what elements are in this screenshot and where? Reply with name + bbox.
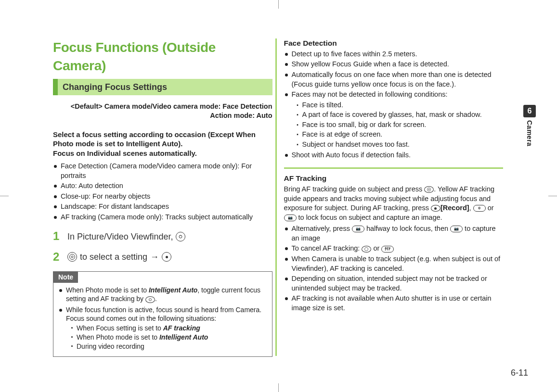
list-item: AF tracking is not available when Auto s… bbox=[285, 294, 504, 313]
af-tracking-list: Alternatively, press 📷 halfway to lock f… bbox=[284, 224, 504, 313]
steps: 1 In Picture/Video Viewfinder, 2 to sele… bbox=[53, 228, 272, 265]
center-key-icon bbox=[431, 205, 440, 212]
list-item: Faces may not be detected in following c… bbox=[285, 90, 504, 149]
text-fragment: . bbox=[155, 295, 157, 303]
arrow-icon: → bbox=[150, 251, 159, 263]
chapter-label: Camera bbox=[525, 120, 534, 146]
note-box: Note When Photo mode is set to Intellige… bbox=[53, 271, 272, 357]
svg-point-5 bbox=[427, 188, 431, 191]
af-tracking-paragraph: Bring AF tracking guide on subject and p… bbox=[284, 185, 504, 222]
dpad-icon bbox=[67, 252, 77, 262]
zero-key-icon: 0 bbox=[473, 205, 486, 212]
lead-text: Select a focus setting according to occa… bbox=[53, 130, 272, 158]
list-item: AF tracking (Camera mode only): Tracks s… bbox=[54, 213, 272, 222]
chapter-tab: 6 Camera bbox=[522, 105, 537, 146]
af-tracking-section: AF Tracking Bring AF tracking guide on s… bbox=[284, 167, 504, 313]
svg-point-7 bbox=[365, 247, 368, 251]
list-sub-item: Subject or handset moves too fast. bbox=[297, 140, 504, 150]
text-fragment: or bbox=[486, 204, 494, 212]
text-fragment: Bring AF tracking guide on subject and p… bbox=[284, 185, 425, 193]
list-item: Alternatively, press 📷 halfway to lock f… bbox=[285, 224, 504, 243]
text-fragment: To cancel AF tracking: bbox=[292, 244, 362, 252]
list-item: Close-up: For nearby objects bbox=[54, 192, 272, 202]
list-sub-item: A part of face is covered by glasses, ha… bbox=[297, 110, 504, 120]
list-item: Auto: Auto detection bbox=[54, 181, 272, 191]
step-2: 2 to select a setting → bbox=[53, 249, 272, 265]
default-line-1: <Default> Camera mode/Video camera mode:… bbox=[53, 102, 272, 111]
svg-point-3 bbox=[71, 256, 73, 258]
page-number: 6-11 bbox=[511, 367, 528, 379]
list-sub-item: Face is at edge of screen. bbox=[297, 130, 504, 139]
crop-mark bbox=[278, 0, 279, 9]
side-key-icon: 📷 bbox=[284, 215, 297, 221]
text-fragment: While focus function is active, focus so… bbox=[66, 306, 261, 322]
list-item: Shoot with Auto focus if detection fails… bbox=[285, 151, 504, 160]
text-fragment: Alternatively, press bbox=[292, 225, 352, 232]
page-title: Focus Functions (Outside Camera) bbox=[53, 38, 272, 75]
step-number: 1 bbox=[53, 228, 62, 244]
side-key-icon: 📷 bbox=[450, 226, 463, 232]
step-text: to select a setting → bbox=[67, 251, 171, 263]
camera-key-icon bbox=[176, 232, 185, 241]
dpad-icon bbox=[424, 186, 434, 193]
text-fragment: , bbox=[469, 204, 473, 212]
dpad-icon bbox=[362, 246, 371, 253]
svg-point-6 bbox=[428, 189, 429, 190]
list-item: Depending on situation, intended subject… bbox=[285, 274, 504, 293]
camera-key-icon bbox=[145, 296, 155, 303]
section-heading: Changing Focus Settings bbox=[53, 79, 272, 95]
default-settings: <Default> Camera mode/Video camera mode:… bbox=[53, 102, 272, 120]
text-fragment: Faces may not be detected in following c… bbox=[292, 90, 448, 98]
text-fragment: When Photo mode is set to bbox=[77, 333, 159, 341]
list-item: Detect up to five faces within 2.5 meter… bbox=[285, 50, 504, 59]
lead-line-1: Select a focus setting according to occa… bbox=[53, 130, 272, 149]
default-line-2: Action mode: Auto bbox=[53, 111, 272, 120]
text-fragment: to lock focus on subject and capture an … bbox=[297, 214, 442, 221]
center-key-icon bbox=[162, 252, 171, 262]
note-sub-item: During video recording bbox=[71, 342, 267, 351]
record-label: [Record] bbox=[440, 204, 469, 212]
chapter-number: 6 bbox=[523, 105, 536, 117]
list-sub-item: Face is too small, big or dark for scree… bbox=[297, 120, 504, 130]
note-sub-item: When Photo mode is set to Intelligent Au… bbox=[71, 333, 267, 341]
face-detection-heading: Face Detection bbox=[284, 38, 504, 49]
note-item: While focus function is active, focus so… bbox=[59, 305, 267, 351]
text-fragment: When Focus setting is set to bbox=[77, 324, 163, 332]
step-text-fragment: to select a setting bbox=[80, 251, 147, 263]
list-item: Show yellow Focus Guide when a face is d… bbox=[285, 60, 504, 69]
emphasis: AF tracking bbox=[163, 324, 200, 332]
list-item: Automatically focus on one face when mor… bbox=[285, 70, 504, 89]
focus-mode-list: Face Detection (Camera mode/Video camera… bbox=[53, 162, 272, 222]
list-item: Landscape: For distant landscapes bbox=[54, 202, 272, 212]
svg-point-2 bbox=[70, 254, 75, 260]
step-number: 2 bbox=[53, 249, 62, 265]
crop-mark bbox=[278, 383, 279, 392]
emphasis: Intelligent Auto bbox=[159, 333, 208, 341]
text-fragment: When Photo mode is set to bbox=[66, 286, 149, 294]
emphasis: Intelligent Auto bbox=[149, 286, 197, 294]
svg-rect-1 bbox=[180, 235, 181, 236]
note-item: When Photo mode is set to Intelligent Au… bbox=[59, 286, 267, 303]
af-tracking-heading: AF Tracking bbox=[284, 174, 504, 184]
step-text-fragment: In Picture/Video Viewfinder, bbox=[67, 231, 173, 242]
lead-line-2: Focus on Individual scenes automatically… bbox=[53, 149, 272, 158]
crop-mark bbox=[548, 196, 557, 196]
note-body: When Photo mode is set to Intelligent Au… bbox=[53, 283, 272, 356]
list-item: When Camera is unable to track subject (… bbox=[285, 254, 504, 273]
clear-key-icon: ｸﾘｱ bbox=[381, 246, 394, 253]
note-label: Note bbox=[53, 272, 78, 283]
text-fragment: halfway to lock focus, then bbox=[364, 225, 450, 232]
step-1: 1 In Picture/Video Viewfinder, bbox=[53, 228, 272, 244]
right-column: Face Detection Detect up to five faces w… bbox=[275, 38, 504, 356]
note-sub-item: When Focus setting is set to AF tracking bbox=[71, 324, 267, 332]
step-text: In Picture/Video Viewfinder, bbox=[67, 231, 185, 242]
page-content: Focus Functions (Outside Camera) Changin… bbox=[53, 38, 503, 356]
list-item: Face Detection (Camera mode/Video camera… bbox=[54, 162, 272, 180]
text-fragment: or bbox=[371, 244, 381, 252]
face-detection-list: Detect up to five faces within 2.5 meter… bbox=[284, 50, 504, 160]
left-column: Focus Functions (Outside Camera) Changin… bbox=[53, 38, 275, 356]
svg-point-4 bbox=[149, 298, 151, 301]
crop-mark bbox=[0, 196, 9, 196]
list-item: To cancel AF tracking: or ｸﾘｱ bbox=[285, 244, 504, 253]
side-key-icon: 📷 bbox=[352, 226, 364, 232]
